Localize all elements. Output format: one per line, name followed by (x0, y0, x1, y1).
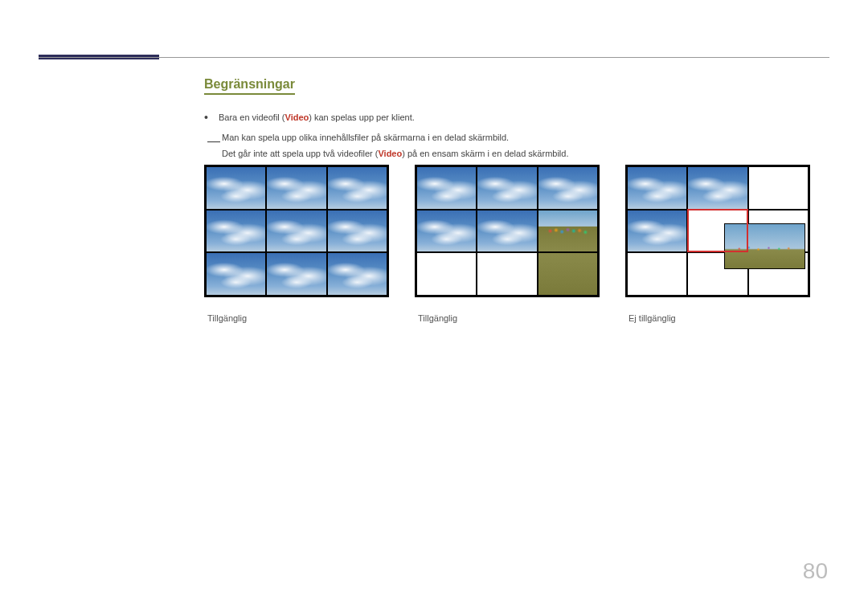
figure-2: Tillgänglig (415, 165, 600, 323)
fig3-cell (687, 166, 747, 210)
fig3-cell (627, 166, 687, 210)
video-keyword: Video (285, 112, 309, 122)
fig1-cell (266, 166, 326, 210)
fig1-cell (327, 210, 387, 253)
fig1-cell (266, 252, 326, 296)
bullet-text-pre: Bara en videofil ( (219, 112, 285, 122)
figure-1: Tillgänglig (204, 165, 389, 323)
content-block: Begränsningar Bara en videofil (Video) k… (204, 77, 829, 161)
figures-row: Tillgänglig Tillgänglig (204, 165, 810, 323)
section-title: Begränsningar (204, 77, 295, 95)
page-number: 80 (803, 558, 828, 584)
fig3-grass-overlay (725, 224, 805, 268)
fig2-cell (477, 210, 537, 253)
fig2-cell (477, 252, 537, 296)
fig2-cell (538, 252, 598, 296)
fig1-cell (206, 210, 266, 253)
figure-1-label: Tillgänglig (207, 313, 389, 323)
figure-3: Ej tillgänglig (625, 165, 810, 323)
fig2-cell (416, 252, 477, 296)
fig2-cell (477, 166, 537, 210)
sub-line-2: Det går inte att spela upp två videofile… (222, 146, 829, 162)
fig2-cell (538, 210, 598, 253)
fig1-cell (327, 252, 387, 296)
fig2-cell (538, 166, 598, 210)
fig1-cell (206, 252, 266, 296)
sub2-pre: Det går inte att spela upp två videofile… (222, 149, 378, 158)
bullet-list: Bara en videofil (Video) kan spelas upp … (204, 108, 829, 127)
fig1-cell (266, 210, 326, 253)
figure-3-label: Ej tillgänglig (628, 313, 810, 323)
figure-2-label: Tillgänglig (418, 313, 600, 323)
fig3-grass-detail (725, 224, 805, 268)
header-rule (39, 57, 829, 58)
bullet-text-post: ) kan spelas upp per klient. (309, 112, 414, 122)
figure-3-grid (625, 165, 810, 297)
figure-2-grid (415, 165, 600, 297)
fig3-cell (627, 252, 687, 296)
fig2-cell (416, 210, 477, 253)
fig3-cell (748, 166, 809, 210)
sub-note: Man kan spela upp olika innehållsfiler p… (222, 130, 829, 162)
video-keyword: Video (378, 149, 402, 158)
fig2-cell (416, 166, 477, 210)
fig3-cell (627, 210, 687, 253)
sub2-post: ) på en ensam skärm i en delad skärmbild… (402, 149, 568, 158)
sub-line-1: Man kan spela upp olika innehållsfiler p… (222, 130, 829, 146)
fig1-cell (206, 166, 266, 210)
figure-1-grid (204, 165, 389, 297)
fig1-cell (327, 166, 387, 210)
bullet-item: Bara en videofil (Video) kan spelas upp … (204, 108, 829, 127)
